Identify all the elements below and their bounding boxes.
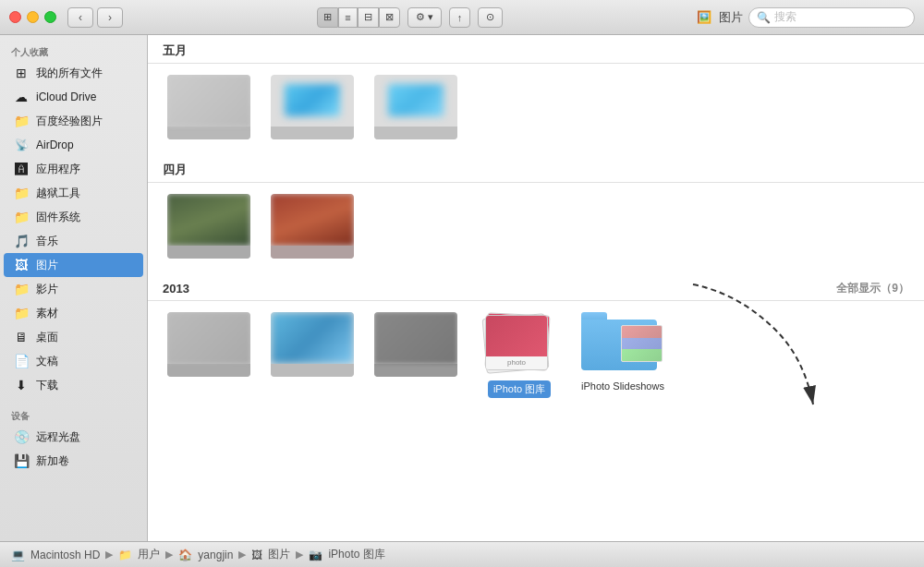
section-2013-header: 2013 全部显示（9） xyxy=(148,273,924,300)
section-april-label: 四月 xyxy=(163,162,187,178)
section-may-header: 五月 xyxy=(148,35,924,63)
sidebar-item-icloud[interactable]: ☁ iCloud Drive xyxy=(4,85,143,109)
list-item[interactable] xyxy=(163,75,255,143)
all-files-icon: ⊞ xyxy=(13,66,30,80)
list-item[interactable] xyxy=(370,75,462,143)
iphoto-selected-label: iPhoto 图库 xyxy=(488,380,551,398)
section-2013-grid: photo iPhoto 图库 xyxy=(148,305,924,409)
action-dropdown-button[interactable]: ⚙ ▾ xyxy=(407,7,442,28)
list-item[interactable] xyxy=(163,312,255,398)
iphoto-slideshow-label: iPhoto Slideshows xyxy=(581,380,664,392)
statusbar: 💻 Macintosh HD ▶ 📁 用户 ▶ 🏠 yangjin ▶ 🖼 图片… xyxy=(0,541,924,567)
sidebar-item-materials[interactable]: 📁 素材 xyxy=(4,301,143,325)
breadcrumb-sep-4: ▶ xyxy=(296,549,303,561)
sidebar: 个人收藏 ⊞ 我的所有文件 ☁ iCloud Drive 📁 百度经验图片 📡 … xyxy=(0,35,148,541)
sidebar-item-documents[interactable]: 📄 文稿 xyxy=(4,349,143,373)
thumbnail-4 xyxy=(167,194,250,259)
baidu-icon: 📁 xyxy=(13,114,30,128)
view-list-button[interactable]: ≡ xyxy=(338,7,357,28)
titlebar: ‹ › ⊞ ≡ ⊟ ⊠ ⚙ ▾ ↑ ⊙ 🖼️ 图片 🔍 搜索 xyxy=(0,0,924,35)
firmware-icon: 📁 xyxy=(13,210,30,224)
search-icon: 🔍 xyxy=(757,11,771,24)
section-april-header: 四月 xyxy=(148,154,924,182)
content-inner: 五月 xyxy=(148,35,924,409)
view-grid-button[interactable]: ⊞ xyxy=(317,7,338,28)
sidebar-item-downloads[interactable]: ⬇ 下载 xyxy=(4,373,143,397)
list-item[interactable] xyxy=(266,312,359,398)
section-may-divider xyxy=(148,63,924,64)
new-volume-icon: 💾 xyxy=(13,453,30,468)
share-button[interactable]: ↑ xyxy=(449,7,471,28)
sidebar-label-baidu: 百度经验图片 xyxy=(36,114,103,129)
breadcrumb-user: yangjin xyxy=(198,549,233,561)
thumbnail-1 xyxy=(167,75,250,139)
sidebar-label-desktop: 桌面 xyxy=(36,330,58,345)
sidebar-item-apps[interactable]: 🅰 应用程序 xyxy=(4,157,143,181)
sidebar-label-apps: 应用程序 xyxy=(36,162,80,177)
sidebar-label-music: 音乐 xyxy=(36,234,58,249)
sidebar-item-movies[interactable]: 📁 影片 xyxy=(4,277,143,301)
main-area: 个人收藏 ⊞ 我的所有文件 ☁ iCloud Drive 📁 百度经验图片 📡 … xyxy=(0,35,924,541)
sidebar-label-documents: 文稿 xyxy=(36,354,58,369)
thumbnail-2 xyxy=(271,75,354,139)
sidebar-item-music[interactable]: 🎵 音乐 xyxy=(4,229,143,253)
section-2013-label: 2013 xyxy=(163,282,189,296)
list-item[interactable] xyxy=(266,194,359,262)
sidebar-label-new-volume: 新加卷 xyxy=(36,453,69,469)
breadcrumb-hd-icon: 💻 xyxy=(11,549,25,561)
sidebar-item-baidu[interactable]: 📁 百度经验图片 xyxy=(4,109,143,133)
sidebar-item-airdrop[interactable]: 📡 AirDrop xyxy=(4,133,143,157)
close-button[interactable] xyxy=(9,11,21,23)
maximize-button[interactable] xyxy=(44,11,56,23)
breadcrumb-folder-icon: 📁 xyxy=(118,549,132,561)
view-column-button[interactable]: ⊟ xyxy=(358,7,379,28)
sidebar-item-all-files[interactable]: ⊞ 我的所有文件 xyxy=(4,61,143,85)
toolbar-right: 🖼️ 图片 🔍 搜索 xyxy=(697,7,915,28)
breadcrumb-users: 用户 xyxy=(138,547,160,562)
forward-button[interactable]: › xyxy=(97,7,123,28)
downloads-icon: ⬇ xyxy=(13,378,30,392)
title-icon: 🖼️ xyxy=(697,10,711,24)
nav-buttons: ‹ › xyxy=(67,7,123,28)
list-item[interactable] xyxy=(370,312,462,398)
iphoto-library-item[interactable]: photo iPhoto 图库 xyxy=(473,312,565,398)
section-may-label: 五月 xyxy=(163,42,187,59)
search-box[interactable]: 🔍 搜索 xyxy=(748,7,915,28)
sidebar-label-downloads: 下载 xyxy=(36,378,58,393)
view-coverflow-button[interactable]: ⊠ xyxy=(379,7,400,28)
tag-button[interactable]: ⊙ xyxy=(478,7,503,28)
thumbnail-3 xyxy=(374,75,457,139)
list-item[interactable] xyxy=(163,194,255,262)
content-area: 五月 xyxy=(148,35,924,541)
sidebar-label-icloud: iCloud Drive xyxy=(36,90,96,103)
remote-disc-icon: 💿 xyxy=(13,429,30,444)
breadcrumb-iphoto-icon: 📷 xyxy=(309,549,322,561)
sidebar-item-pictures[interactable]: 🖼 图片 xyxy=(4,253,143,277)
back-button[interactable]: ‹ xyxy=(67,7,93,28)
toolbar-center: ⊞ ≡ ⊟ ⊠ ⚙ ▾ ↑ ⊙ xyxy=(123,7,697,28)
section-april-grid xyxy=(148,187,924,273)
minimize-button[interactable] xyxy=(27,11,39,23)
sidebar-section-devices: 设备 xyxy=(0,404,147,425)
sidebar-item-desktop[interactable]: 🖥 桌面 xyxy=(4,325,143,349)
sidebar-label-movies: 影片 xyxy=(36,282,58,297)
iphoto-slideshow-item[interactable]: iPhoto Slideshows xyxy=(577,312,669,398)
thumbnail-6 xyxy=(167,312,250,377)
airdrop-icon: 📡 xyxy=(13,139,30,151)
list-item[interactable] xyxy=(266,75,359,143)
jailbreak-icon: 📁 xyxy=(13,186,30,200)
sidebar-item-remote-disc[interactable]: 💿 远程光盘 xyxy=(4,425,143,449)
breadcrumb-iphoto: iPhoto 图库 xyxy=(328,547,384,562)
sidebar-item-new-volume[interactable]: 💾 新加卷 xyxy=(4,449,143,473)
sidebar-label-airdrop: AirDrop xyxy=(36,139,74,151)
breadcrumb-sep-3: ▶ xyxy=(238,549,246,561)
window-title: 🖼️ 图片 xyxy=(697,9,743,26)
traffic-lights xyxy=(9,11,56,23)
sidebar-item-jailbreak[interactable]: 📁 越狱工具 xyxy=(4,181,143,205)
iphoto-slideshow-icon xyxy=(581,312,664,377)
show-all-button[interactable]: 全部显示（9） xyxy=(836,281,909,296)
sidebar-label-jailbreak: 越狱工具 xyxy=(36,186,80,201)
documents-icon: 📄 xyxy=(13,354,30,368)
breadcrumb-hd: Macintosh HD xyxy=(30,549,100,561)
sidebar-item-firmware[interactable]: 📁 固件系统 xyxy=(4,205,143,229)
